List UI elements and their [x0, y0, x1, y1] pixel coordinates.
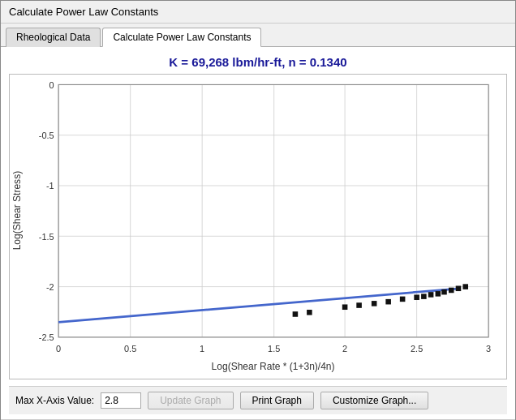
svg-text:Log(Shear Rate * (1+3n)/4n): Log(Shear Rate * (1+3n)/4n) — [212, 361, 335, 372]
svg-rect-37 — [414, 294, 419, 300]
tab-content: K = 69,268 lbm/hr-ft, n = 0.1340 — [1, 47, 515, 419]
svg-rect-13 — [58, 84, 488, 336]
svg-rect-43 — [456, 286, 462, 292]
svg-text:-2: -2 — [46, 282, 54, 292]
svg-text:2.5: 2.5 — [411, 344, 423, 354]
svg-text:1: 1 — [200, 344, 204, 354]
tab-calculate-power-law[interactable]: Calculate Power Law Constants — [102, 28, 261, 47]
svg-rect-33 — [356, 302, 362, 308]
svg-line-29 — [58, 289, 460, 323]
chart-area: 0 0.5 1 1.5 2 2.5 3 0 -0.5 -1 -1.5 -2 -2… — [9, 74, 507, 379]
svg-text:1.5: 1.5 — [268, 344, 280, 354]
tab-bar: Rheological Data Calculate Power Law Con… — [1, 24, 515, 47]
svg-rect-34 — [372, 301, 377, 306]
svg-rect-42 — [449, 288, 454, 294]
svg-text:-1: -1 — [46, 181, 54, 191]
svg-rect-38 — [421, 294, 427, 299]
svg-rect-39 — [428, 292, 434, 298]
print-graph-button[interactable]: Print Graph — [240, 392, 314, 409]
controls-row: Max X-Axis Value: Update Graph Print Gra… — [9, 386, 507, 414]
svg-rect-32 — [342, 304, 348, 310]
customize-graph-button[interactable]: Customize Graph... — [320, 392, 428, 409]
graph-title: K = 69,268 lbm/hr-ft, n = 0.1340 — [9, 52, 507, 74]
window-title: Calculate Power Law Constants — [9, 6, 158, 18]
svg-rect-41 — [441, 289, 447, 295]
svg-rect-44 — [462, 284, 468, 289]
svg-rect-35 — [385, 299, 391, 305]
svg-text:0: 0 — [56, 344, 61, 354]
max-x-input[interactable] — [101, 392, 141, 409]
svg-text:0: 0 — [49, 80, 54, 90]
svg-text:-2.5: -2.5 — [39, 332, 54, 342]
svg-rect-36 — [400, 297, 406, 302]
svg-rect-40 — [436, 291, 441, 297]
tab-rheological-data[interactable]: Rheological Data — [6, 28, 101, 47]
svg-text:-1.5: -1.5 — [39, 232, 54, 242]
svg-text:Log(Shear Stress): Log(Shear Stress) — [11, 171, 23, 251]
svg-rect-30 — [293, 311, 299, 317]
svg-text:0.5: 0.5 — [124, 344, 136, 354]
svg-rect-31 — [307, 310, 312, 315]
update-graph-button[interactable]: Update Graph — [148, 392, 233, 409]
svg-text:3: 3 — [486, 344, 491, 354]
svg-text:-0.5: -0.5 — [39, 131, 54, 140]
title-bar: Calculate Power Law Constants — [1, 1, 515, 24]
max-x-label: Max X-Axis Value: — [15, 395, 94, 406]
main-window: Calculate Power Law Constants Rheologica… — [0, 0, 516, 420]
svg-text:2: 2 — [342, 344, 347, 354]
